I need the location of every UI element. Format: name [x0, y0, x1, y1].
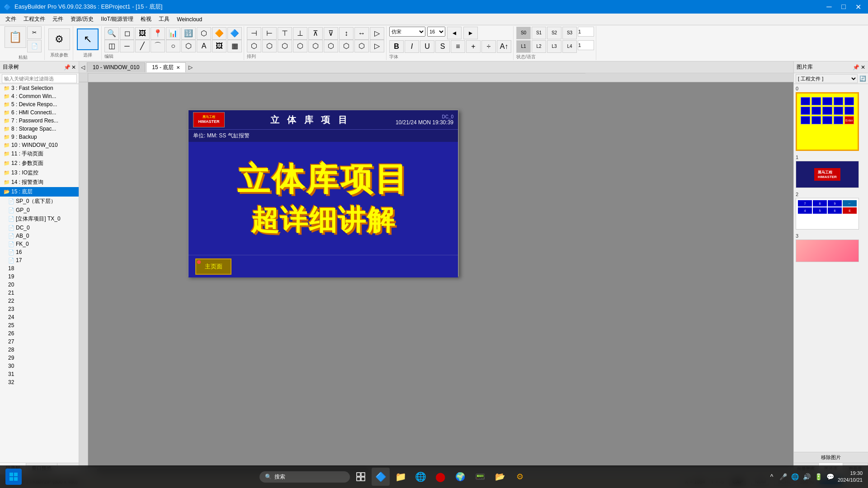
- tray-chevron[interactable]: ^: [767, 472, 776, 481]
- arr-btn4[interactable]: ⊥: [293, 27, 307, 40]
- search-replace-button[interactable]: 🔍: [104, 27, 119, 40]
- l1-button[interactable]: L1: [516, 40, 531, 53]
- edit-btn16[interactable]: 🖼: [212, 40, 226, 52]
- arr-btn9[interactable]: ▷: [370, 27, 384, 40]
- arr-btn2[interactable]: ⊢: [262, 27, 277, 40]
- app9-button[interactable]: ⚙: [511, 468, 529, 486]
- s3-button[interactable]: S3: [562, 27, 577, 39]
- network-icon[interactable]: 🌐: [791, 472, 800, 481]
- l3-button[interactable]: L3: [547, 40, 561, 53]
- arr-btn3[interactable]: ⊤: [278, 27, 292, 40]
- select-button[interactable]: ↖: [77, 28, 99, 50]
- menu-tools[interactable]: 工具: [155, 14, 173, 24]
- tree-item-31[interactable]: 31: [0, 370, 79, 378]
- s1-button[interactable]: S1: [532, 27, 546, 39]
- font-btn6[interactable]: +: [466, 40, 481, 53]
- tree-item-3[interactable]: 📁 3 : Fast Selection: [0, 84, 79, 92]
- volume-icon[interactable]: 🔊: [802, 472, 811, 481]
- arr-btn18[interactable]: ▷: [370, 40, 384, 52]
- tree-item-ab0[interactable]: 📄 AB_0: [0, 232, 79, 240]
- s0-button[interactable]: S0: [516, 27, 531, 39]
- arr-btn6[interactable]: ⊽: [324, 27, 338, 40]
- window-copy-button[interactable]: ◫: [104, 40, 119, 52]
- right-panel-pin[interactable]: 📌: [853, 64, 859, 70]
- canvas-scroll-area[interactable]: 黑马工程 HIMASTER 立 体 库 项 目 DC_0 10/21/24 MO…: [88, 82, 793, 467]
- edit-btn6[interactable]: 🔢: [181, 27, 196, 40]
- edit-btn8[interactable]: 🔶: [212, 27, 226, 40]
- tree-item-6[interactable]: 📁 6 : HMI Connecti...: [0, 108, 79, 117]
- l2-button[interactable]: L2: [532, 40, 546, 53]
- edit-btn3[interactable]: 🖼: [135, 27, 150, 40]
- tree-item-14[interactable]: 📁 14 : 报警查询: [0, 178, 79, 187]
- tab-nav-left[interactable]: ◁: [79, 64, 87, 70]
- arr-btn1[interactable]: ⊣: [247, 27, 261, 40]
- arr-btn17[interactable]: ⬡: [354, 40, 369, 52]
- s2-button[interactable]: S2: [547, 27, 561, 39]
- tree-item-26[interactable]: 26: [0, 329, 79, 338]
- app8-button[interactable]: 📂: [491, 468, 509, 486]
- cut-button[interactable]: ✂: [27, 26, 42, 39]
- panel-pin-button[interactable]: 📌: [64, 64, 71, 70]
- tree-item-4[interactable]: 📁 4 : Common Win...: [0, 92, 79, 100]
- arr-btn11[interactable]: ⬡: [262, 40, 277, 52]
- edit-btn9[interactable]: 🔷: [227, 27, 242, 40]
- arr-btn8[interactable]: ↔: [354, 27, 369, 40]
- font-btn3[interactable]: U: [420, 40, 434, 53]
- system-clock[interactable]: 19:30 2024/10/21: [838, 470, 863, 484]
- menu-resources[interactable]: 资源/历史: [67, 14, 97, 24]
- tree-item-20[interactable]: 20: [0, 281, 79, 289]
- arr-btn13[interactable]: ⬡: [293, 40, 307, 52]
- state-value-input[interactable]: [578, 27, 594, 37]
- tree-item-30[interactable]: 30: [0, 362, 79, 370]
- tree-item-12[interactable]: 📁 12 : 参数页面: [0, 159, 79, 168]
- right-panel-close[interactable]: ✕: [861, 64, 865, 70]
- app7-button[interactable]: 📟: [471, 468, 489, 486]
- tree-item-29[interactable]: 29: [0, 354, 79, 362]
- microphone-icon[interactable]: 🎤: [779, 472, 788, 481]
- tree-item-18[interactable]: 18: [0, 264, 79, 272]
- tree-item-10[interactable]: 📁 10 : WINDOW_010: [0, 141, 79, 149]
- menu-iiot[interactable]: IIoT/能源管理: [97, 14, 137, 24]
- library-preview-2[interactable]: 7 8 9 ← 4 5 6 E: [796, 198, 859, 230]
- tree-item-32[interactable]: 32: [0, 378, 79, 386]
- panel-close-button[interactable]: ✕: [71, 64, 76, 70]
- tree-item-13[interactable]: 📁 13 : IO监控: [0, 168, 79, 178]
- red-button[interactable]: ⬤: [431, 468, 449, 486]
- edit-btn14[interactable]: ⬡: [181, 40, 196, 52]
- library-preview-0[interactable]: Enter: [796, 92, 859, 151]
- tree-item-25[interactable]: 25: [0, 321, 79, 329]
- tab-close-button[interactable]: ✕: [176, 65, 180, 70]
- tree-item-28[interactable]: 28: [0, 346, 79, 354]
- tree-item-8[interactable]: 📁 8 : Storage Spac...: [0, 125, 79, 133]
- font-btn8[interactable]: A↑: [497, 40, 511, 53]
- edge-button[interactable]: 🌐: [411, 468, 429, 486]
- notification-icon[interactable]: 💬: [826, 472, 835, 481]
- tab-nav-right[interactable]: ▷: [187, 64, 194, 70]
- font-size-select[interactable]: 16: [427, 27, 445, 37]
- library-filter-select[interactable]: [ 工程文件 ]: [796, 74, 858, 83]
- arr-btn7[interactable]: ↕: [339, 27, 354, 40]
- font-family-select[interactable]: 仿宋: [389, 27, 425, 37]
- tree-item-11[interactable]: 📁 11 : 手动页面: [0, 149, 79, 159]
- tree-item-19[interactable]: 19: [0, 272, 79, 281]
- font-btn4[interactable]: S: [435, 40, 450, 53]
- arr-btn5[interactable]: ⊼: [308, 27, 323, 40]
- menu-element[interactable]: 元件: [49, 14, 67, 24]
- taskbar-search[interactable]: 🔍 搜索: [259, 471, 350, 483]
- font-increase-button[interactable]: ▸: [463, 27, 478, 39]
- font-btn7[interactable]: ÷: [481, 40, 496, 53]
- tree-item-24[interactable]: 24: [0, 313, 79, 321]
- l4-button[interactable]: L4: [562, 40, 577, 53]
- lang-value-input[interactable]: [578, 40, 594, 50]
- tree-item-22[interactable]: 22: [0, 297, 79, 305]
- edit-btn7[interactable]: ⬡: [197, 27, 211, 40]
- arr-btn14[interactable]: ⬡: [308, 40, 323, 52]
- edit-btn13[interactable]: ○: [166, 40, 180, 52]
- tree-item-dc0[interactable]: 📄 DC_0: [0, 224, 79, 232]
- tree-item-ltk[interactable]: 📄 [立体库项目] TX_0: [0, 214, 79, 224]
- menu-weincloud[interactable]: Weincloud: [173, 15, 206, 23]
- task-view-button[interactable]: [352, 468, 370, 486]
- app6-button[interactable]: 🌍: [451, 468, 469, 486]
- edit-btn15[interactable]: A: [197, 40, 211, 52]
- font-decrease-button[interactable]: ◂: [447, 27, 462, 39]
